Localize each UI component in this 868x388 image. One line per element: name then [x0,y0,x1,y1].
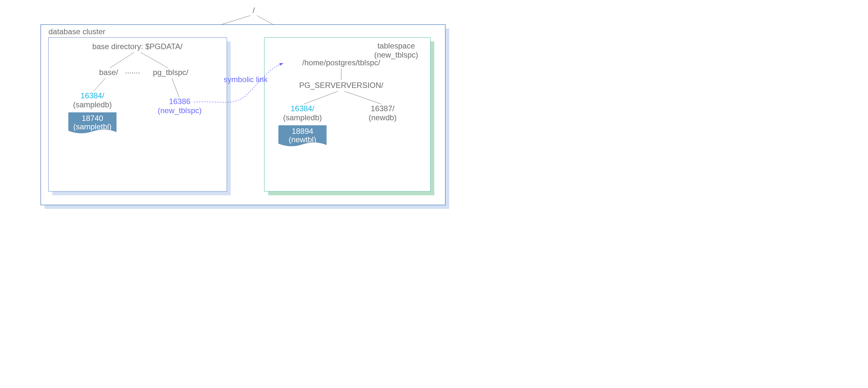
tblspc-link-name: (new_tblspc) [158,106,202,115]
sampletbl-name: (sampletbl) [73,122,112,131]
sampletbl-oid: 18740 [82,114,103,123]
sampledb-oid: 16384/ [81,91,104,100]
newtbl-name: (newtbl) [288,135,316,144]
newdb-oid: 16387/ [371,104,395,113]
symlink-label: symbolic link [224,75,268,84]
tablespace-diagram: / database cluster base directory: $PGDA… [0,0,518,232]
ts-sampledb-name: (sampledb) [283,113,322,122]
tablespace-title: tablespace [377,41,415,50]
pgtblspc-folder-label: pg_tblspc/ [153,68,188,77]
base-folder-label: base/ [99,68,118,77]
tblspc-path-label: /home/postgres/tblspc/ [302,58,380,67]
ts-sampledb-oid: 16384/ [290,104,314,113]
root-slash: / [253,6,255,14]
newtbl-oid: 18894 [292,127,313,136]
basedir-label: base directory: $PGDATA/ [92,42,183,51]
newdb-name: (newdb) [369,113,397,122]
tablespace-subtitle: (new_tblspc) [374,51,418,59]
cluster-label: database cluster [49,27,105,36]
sampledb-name: (sampledb) [73,100,112,109]
sampletbl-file: 18740 (sampletbl) [68,113,116,133]
dots-label: ······· [125,68,140,77]
tblspc-link-oid: 16386 [169,97,191,106]
serverversion-label: PG_SERVERVERSION/ [299,81,383,90]
